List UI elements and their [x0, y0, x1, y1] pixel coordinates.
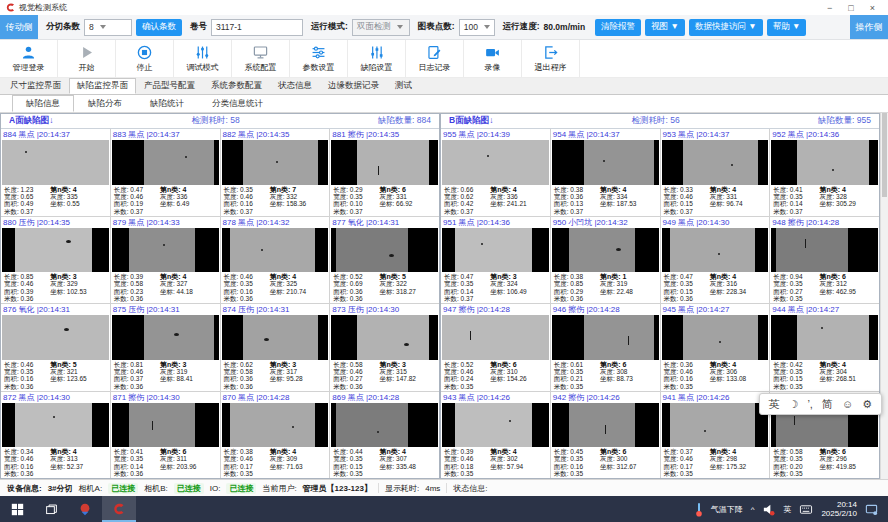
chart-points-select[interactable]: 100: [459, 19, 495, 36]
operator-side-button[interactable]: 操作侧: [850, 15, 888, 39]
defect-card[interactable]: 876 氧化 |20:14:31长度: 0.46宽度: 0.35面积: 0.16…: [1, 304, 111, 391]
ime-settings-gear-icon[interactable]: ⚙: [862, 398, 872, 411]
confirm-count-button[interactable]: 确认条数: [136, 19, 182, 36]
simplified-chinese-toggle[interactable]: 简: [822, 397, 833, 412]
defect-image[interactable]: [331, 228, 438, 273]
defect-card[interactable]: 955 黑点 |20:14:39长度: 0.66宽度: 0.62面积: 0.42…: [441, 129, 551, 216]
defect-card[interactable]: 880 压伤 |20:14:35长度: 0.85宽度: 0.46面积: 0.39…: [1, 217, 111, 304]
stop-button[interactable]: 停止: [116, 40, 174, 77]
defect-image[interactable]: [2, 403, 109, 448]
tab-product-config[interactable]: 产品型号配置: [136, 78, 203, 94]
task-view-button[interactable]: [34, 496, 68, 522]
defect-card[interactable]: 883 黑点 |20:14:37长度: 0.47宽度: 0.46面积: 0.19…: [111, 129, 221, 216]
defect-card[interactable]: 941 黑点 |20:14:26长度: 0.37宽度: 0.46面积: 0.17…: [661, 392, 771, 479]
minimize-icon[interactable]: −: [827, 3, 832, 13]
defect-card[interactable]: 874 压伤 |20:14:31长度: 0.62宽度: 0.58面积: 0.36…: [221, 304, 331, 391]
quick-access-menu-button[interactable]: 数据快捷访问 ▼: [689, 19, 763, 36]
defect-image[interactable]: [222, 140, 329, 185]
moon-icon[interactable]: ☽: [789, 398, 799, 411]
defect-card[interactable]: 875 压伤 |20:14:31长度: 0.81宽度: 0.46面积: 0.37…: [111, 304, 221, 391]
defect-image[interactable]: [662, 403, 769, 448]
defect-image[interactable]: [112, 228, 219, 273]
speaker-muted-icon[interactable]: [762, 503, 775, 516]
defect-card[interactable]: 872 黑点 |20:14:30长度: 0.34宽度: 0.46面积: 0.16…: [1, 392, 111, 479]
defect-card[interactable]: 946 擦伤 |20:14:28长度: 0.61宽度: 0.35面积: 0.21…: [551, 304, 661, 391]
defect-image[interactable]: [552, 315, 659, 360]
defect-card[interactable]: 948 擦伤 |20:14:28长度: 0.94宽度: 0.35面积: 0.27…: [770, 217, 879, 304]
defect-card[interactable]: 879 黑点 |20:14:33长度: 0.39宽度: 0.58面积: 0.23…: [111, 217, 221, 304]
defect-image[interactable]: [222, 315, 329, 360]
defect-card[interactable]: 949 黑点 |20:14:30长度: 0.47宽度: 0.35面积: 0.15…: [661, 217, 771, 304]
defect-image[interactable]: [662, 315, 769, 360]
defect-card[interactable]: 884 黑点 |20:14:37长度: 1.23宽度: 0.65面积: 0.49…: [1, 129, 111, 216]
start-button[interactable]: 开始: [58, 40, 116, 77]
weather-status-text[interactable]: 气温下降: [711, 504, 743, 515]
vertical-scrollbar[interactable]: [880, 113, 888, 479]
slit-count-select[interactable]: 8: [84, 19, 132, 36]
run-mode-select[interactable]: 双面检测: [352, 19, 410, 36]
defect-image[interactable]: [112, 140, 219, 185]
defect-card[interactable]: 945 黑点 |20:14:27长度: 0.36宽度: 0.46面积: 0.16…: [661, 304, 771, 391]
defect-image[interactable]: [331, 403, 438, 448]
defect-image[interactable]: [442, 315, 549, 360]
tab-status-info[interactable]: 状态信息: [270, 78, 320, 94]
tab-test[interactable]: 测试: [387, 78, 420, 94]
defect-image[interactable]: [552, 228, 659, 273]
active-app-button[interactable]: [102, 496, 136, 522]
defect-image[interactable]: [112, 403, 219, 448]
defect-image[interactable]: [552, 403, 659, 448]
admin-login-button[interactable]: 管理登录: [0, 40, 58, 77]
video-record-button[interactable]: 录像: [464, 40, 522, 77]
panel-b-title[interactable]: B面缺陷图↓: [449, 115, 493, 127]
defect-card[interactable]: 943 黑点 |20:14:26长度: 0.39宽度: 0.46面积: 0.18…: [441, 392, 551, 479]
drive-side-button[interactable]: 传动侧: [0, 15, 38, 39]
scrollbar-thumb[interactable]: [882, 113, 887, 197]
defect-card[interactable]: 947 擦伤 |20:14:28长度: 0.52宽度: 0.46面积: 0.24…: [441, 304, 551, 391]
view-menu-button[interactable]: 视图 ▼: [645, 19, 685, 36]
subtab-defect-statistics[interactable]: 缺陷统计: [136, 95, 198, 112]
ime-language-indicator[interactable]: 英: [783, 504, 791, 515]
defect-image[interactable]: [662, 228, 769, 273]
clear-alarm-button[interactable]: 清除报警: [595, 19, 641, 36]
defect-card[interactable]: 877 氧化 |20:14:31长度: 0.52宽度: 0.69面积: 0.36…: [330, 217, 439, 304]
touch-keyboard-icon[interactable]: [799, 503, 813, 516]
subtab-defect-distribution[interactable]: 缺陷分布: [74, 95, 136, 112]
defect-card[interactable]: 882 黑点 |20:14:35长度: 0.35宽度: 0.46面积: 0.16…: [221, 129, 331, 216]
defect-image[interactable]: [331, 140, 438, 185]
tab-size-monitor[interactable]: 尺寸监控界面: [2, 78, 69, 94]
system-config-button[interactable]: 系统配置: [232, 40, 290, 77]
tab-defect-monitor[interactable]: 缺陷监控界面: [69, 78, 136, 94]
defect-image[interactable]: [442, 228, 549, 273]
tab-edge-data[interactable]: 边缘数据记录: [320, 78, 387, 94]
defect-card[interactable]: 954 黑点 |20:14:37长度: 0.38宽度: 0.36面积: 0.13…: [551, 129, 661, 216]
defect-image[interactable]: [2, 228, 109, 273]
subtab-defect-info[interactable]: 缺陷信息: [12, 95, 74, 112]
defect-image[interactable]: [2, 140, 109, 185]
hidden-icons-chevron[interactable]: ^: [751, 505, 755, 514]
roll-number-input[interactable]: 3117-1: [211, 19, 303, 36]
defect-image[interactable]: [222, 403, 329, 448]
defect-card[interactable]: 951 黑点 |20:14:36长度: 0.47宽度: 0.35面积: 0.14…: [441, 217, 551, 304]
maximize-icon[interactable]: □: [848, 3, 853, 13]
subtab-class-statistics[interactable]: 分类信息统计: [198, 95, 277, 112]
defect-image[interactable]: [771, 315, 878, 360]
clock[interactable]: 20:14 2025/2/10: [821, 500, 857, 518]
defect-card[interactable]: 881 擦伤 |20:14:35长度: 0.29宽度: 0.35面积: 0.10…: [330, 129, 439, 216]
emoji-icon[interactable]: ☺: [842, 398, 853, 410]
defect-card[interactable]: 869 黑点 |20:14:28长度: 0.44宽度: 0.35面积: 0.15…: [330, 392, 439, 479]
panel-a-title[interactable]: A面缺陷图↓: [9, 115, 53, 127]
defect-card[interactable]: 953 黑点 |20:14:37长度: 0.33宽度: 0.46面积: 0.15…: [661, 129, 771, 216]
notification-tray-icon[interactable]: [865, 503, 878, 516]
defect-image[interactable]: [771, 228, 878, 273]
defect-card[interactable]: 942 擦伤 |20:14:26长度: 0.45宽度: 0.35面积: 0.16…: [551, 392, 661, 479]
defect-card[interactable]: 950 小凹坑 |20:14:32长度: 0.38宽度: 0.85面积: 0.2…: [551, 217, 661, 304]
start-button[interactable]: [0, 496, 34, 522]
defect-image[interactable]: [2, 315, 109, 360]
defect-image[interactable]: [112, 315, 219, 360]
defect-settings-button[interactable]: 缺陷设置: [348, 40, 406, 77]
punctuation-toggle-icon[interactable]: ’,: [807, 398, 813, 410]
defect-image[interactable]: [222, 228, 329, 273]
defect-card[interactable]: 878 黑点 |20:14:32长度: 0.46宽度: 0.35面积: 0.16…: [221, 217, 331, 304]
log-record-button[interactable]: 日志记录: [406, 40, 464, 77]
defect-card[interactable]: 952 黑点 |20:14:36长度: 0.41宽度: 0.35面积: 0.14…: [770, 129, 879, 216]
